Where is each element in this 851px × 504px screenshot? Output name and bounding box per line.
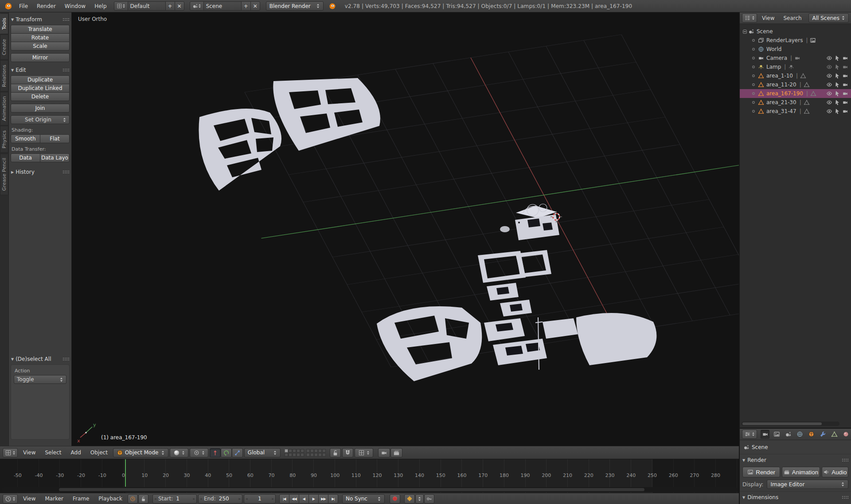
render-toggle-camera-icon[interactable] <box>842 90 848 97</box>
snap-element-select[interactable] <box>355 448 373 457</box>
outliner-row-world[interactable]: World <box>740 45 851 54</box>
duplicate-linked-button[interactable]: Duplicate Linked <box>11 84 70 93</box>
editor-type-properties-button[interactable] <box>742 430 757 439</box>
row-label[interactable]: World <box>765 46 782 52</box>
shelf-tab-create[interactable]: Create <box>0 35 8 60</box>
manipulator-translate-toggle[interactable] <box>210 448 221 457</box>
pivot-point-select[interactable] <box>190 448 208 457</box>
operator-panel-header[interactable]: (De)select All <box>11 355 69 363</box>
render-audio-button[interactable]: Audio <box>822 467 848 477</box>
editor-type-3dview-button[interactable] <box>3 448 18 457</box>
rotate-button[interactable]: Rotate <box>11 33 70 42</box>
scrollbar-thumb[interactable] <box>59 488 644 491</box>
outliner-row-camera[interactable]: Camera | <box>740 54 851 63</box>
current-frame-playhead[interactable] <box>125 459 126 487</box>
render-toggle-camera-icon[interactable] <box>842 55 848 61</box>
hide-toggle-eye-icon[interactable] <box>826 90 832 97</box>
menu-view[interactable]: View <box>758 12 778 23</box>
shelf-tab-relations[interactable]: Relations <box>0 60 8 92</box>
panel-drag-dots[interactable] <box>62 170 69 174</box>
join-button[interactable]: Join <box>11 104 70 113</box>
menu-playback[interactable]: Playback <box>94 493 126 504</box>
layers-widget[interactable] <box>285 449 326 457</box>
jump-to-start-button[interactable]: |◀ <box>279 494 289 504</box>
screen-layout-close-button[interactable]: ✕ <box>175 1 184 11</box>
menu-frame[interactable]: Frame <box>69 493 93 504</box>
menu-window[interactable]: Window <box>61 0 90 12</box>
play-button[interactable]: ▶ <box>308 494 319 504</box>
row-label[interactable]: area_31-47 <box>765 108 797 114</box>
shade-flat-button[interactable]: Flat <box>40 134 70 143</box>
menu-object[interactable]: Object <box>86 446 112 459</box>
shelf-tab-animation[interactable]: Animation <box>0 92 8 125</box>
render-toggle-camera-icon[interactable] <box>842 73 848 79</box>
data-transfer-data-button[interactable]: Data <box>11 153 40 162</box>
selectable-toggle-cursor-icon[interactable] <box>834 73 840 79</box>
panel-drag-dots[interactable] <box>62 357 69 361</box>
outliner-row-mesh[interactable]: area_11-20 | <box>740 80 851 89</box>
row-label[interactable]: Camera <box>765 55 788 61</box>
menu-help[interactable]: Help <box>90 0 110 12</box>
selectable-toggle-cursor-icon[interactable] <box>834 99 840 105</box>
viewport-shading-select[interactable] <box>170 448 188 457</box>
panel-edit-header[interactable]: Edit <box>11 66 69 74</box>
selectable-toggle-cursor-icon[interactable] <box>834 108 840 114</box>
render-animation-button[interactable]: Animation <box>782 467 820 477</box>
tab-render[interactable] <box>761 430 769 439</box>
menu-search[interactable]: Search <box>779 12 805 23</box>
editor-type-outliner-button[interactable] <box>742 13 757 23</box>
start-frame-field[interactable]: Start: 1 <box>152 494 197 504</box>
timeline-hscrollbar[interactable] <box>1 487 738 492</box>
manipulator-scale-toggle[interactable] <box>232 448 243 457</box>
hide-toggle-eye-icon[interactable] <box>826 73 832 79</box>
panel-drag-dots[interactable] <box>842 458 848 462</box>
jump-to-end-button[interactable]: ▶| <box>328 494 338 504</box>
prev-keyframe-button[interactable]: ◀◀ <box>289 494 299 504</box>
screen-layout-browse-button[interactable] <box>114 1 128 11</box>
menu-marker[interactable]: Marker <box>41 493 67 504</box>
editor-type-timeline-button[interactable] <box>3 494 18 504</box>
tab-render-layers[interactable] <box>772 430 781 439</box>
image-icon[interactable] <box>810 37 816 43</box>
data-transfer-layout-button[interactable]: Data Layo <box>40 153 70 162</box>
menu-file[interactable]: File <box>15 0 32 12</box>
lock-to-scene-toggle[interactable] <box>330 448 341 457</box>
hide-toggle-eye-icon[interactable] <box>826 55 832 61</box>
row-label[interactable]: area_11-20 <box>765 82 797 88</box>
collapse-toggle[interactable] <box>743 30 747 34</box>
delete-button[interactable]: Delete <box>11 92 70 101</box>
display-mode-select[interactable]: Image Editor <box>767 480 848 489</box>
selectable-toggle-cursor-icon[interactable] <box>834 64 840 70</box>
row-label[interactable]: area_167-190 <box>765 90 804 97</box>
hide-toggle-eye-icon[interactable] <box>826 64 832 70</box>
mode-select[interactable]: Object Mode <box>113 448 168 457</box>
menu-select[interactable]: Select <box>41 446 65 459</box>
opengl-render-image-button[interactable] <box>378 448 390 457</box>
scene-close-button[interactable]: ✕ <box>250 1 260 11</box>
insert-keyframe-button[interactable] <box>424 494 434 504</box>
shelf-tab-physics[interactable]: Physics <box>0 126 8 153</box>
viewport-canvas[interactable] <box>72 12 739 446</box>
panel-drag-dots[interactable] <box>62 68 69 72</box>
play-reverse-button[interactable]: ◀ <box>299 494 309 504</box>
screen-layout-name[interactable]: Default <box>128 1 166 11</box>
scale-button[interactable]: Scale <box>11 42 70 51</box>
blender-app-icon[interactable] <box>4 2 12 10</box>
tab-material[interactable] <box>841 430 850 439</box>
tab-object[interactable] <box>807 430 816 439</box>
selectable-toggle-cursor-icon[interactable] <box>834 55 840 61</box>
outliner-row-renderlayers[interactable]: RenderLayers | <box>740 36 851 45</box>
panel-dimensions-header[interactable]: Dimensions <box>742 493 848 502</box>
outliner-row-mesh[interactable]: area_1-10 | <box>740 71 851 80</box>
menu-view[interactable]: View <box>19 493 39 504</box>
scrollbar-thumb[interactable] <box>742 422 822 425</box>
outliner-row-lamp[interactable]: Lamp | <box>740 63 851 71</box>
row-label[interactable]: Scene <box>756 28 774 35</box>
next-keyframe-button[interactable]: ▶▶ <box>318 494 328 504</box>
outliner-row-scene[interactable]: Scene <box>740 27 851 36</box>
tab-world[interactable] <box>795 430 804 439</box>
panel-transform-header[interactable]: Transform <box>11 15 69 24</box>
selectable-toggle-cursor-icon[interactable] <box>834 82 840 88</box>
outliner-row-mesh[interactable]: area_21-30 | <box>740 98 851 107</box>
render-toggle-camera-icon[interactable] <box>842 108 848 114</box>
